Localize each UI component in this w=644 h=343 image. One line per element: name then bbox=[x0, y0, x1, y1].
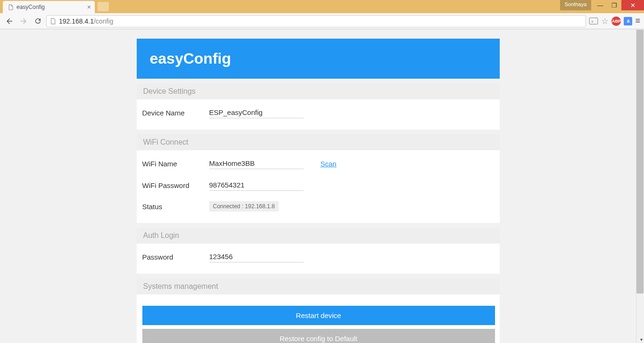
device-name-input[interactable] bbox=[209, 107, 304, 118]
section-header-auth-login: Auth Login bbox=[137, 228, 500, 244]
wifi-name-label: WiFi Name bbox=[142, 160, 209, 168]
svg-rect-0 bbox=[590, 17, 598, 24]
wifi-name-input[interactable] bbox=[209, 158, 304, 169]
reload-button[interactable] bbox=[32, 16, 43, 27]
auth-login-form: Password bbox=[137, 244, 500, 274]
wifi-name-row: WiFi Name Scan bbox=[142, 158, 494, 169]
restore-default-button[interactable]: Restore config to Default bbox=[142, 329, 495, 343]
url-host: 192.168.4.1 bbox=[59, 17, 94, 25]
page-icon bbox=[50, 18, 56, 24]
page-header: easyConfig bbox=[137, 39, 500, 79]
wifi-status-badge: Connected : 192.168.1.8 bbox=[209, 201, 279, 212]
section-header-wifi-connect: WiFi Connect bbox=[137, 134, 500, 150]
url-omnibox[interactable]: 192.168.4.1/config bbox=[46, 15, 586, 27]
page-content: easyConfig Device Settings Device Name W… bbox=[0, 29, 636, 343]
reload-icon bbox=[34, 17, 42, 25]
bookmark-star-icon[interactable]: ☆ bbox=[601, 16, 609, 26]
browser-addressbar: 192.168.4.1/config a ☆ ABP a ≡ bbox=[0, 13, 644, 29]
wifi-status-label: Status bbox=[142, 203, 209, 211]
google-translate-icon[interactable]: a bbox=[624, 17, 632, 25]
tab-close-icon[interactable]: × bbox=[87, 3, 91, 11]
chrome-menu-icon[interactable]: ≡ bbox=[635, 16, 640, 26]
scroll-arrow-down-icon[interactable]: ▾ bbox=[640, 337, 643, 342]
url-path: /config bbox=[94, 17, 113, 25]
scrollbar-thumb[interactable] bbox=[636, 30, 644, 294]
section-header-device-settings: Device Settings bbox=[137, 83, 500, 99]
adblock-icon[interactable]: ABP bbox=[611, 16, 621, 26]
window-minimize-button[interactable]: — bbox=[593, 0, 607, 10]
browser-tab[interactable]: easyConfig × bbox=[3, 1, 95, 13]
config-container: easyConfig Device Settings Device Name W… bbox=[137, 39, 500, 343]
auth-password-label: Password bbox=[142, 253, 209, 261]
window-controls: Sonthaya — ❐ ✕ bbox=[560, 0, 644, 10]
browser-chrome: easyConfig × Sonthaya — ❐ ✕ bbox=[0, 0, 644, 13]
device-name-row: Device Name bbox=[142, 107, 494, 118]
back-button[interactable] bbox=[4, 16, 15, 27]
browser-viewport: easyConfig Device Settings Device Name W… bbox=[0, 29, 644, 343]
page-title: easyConfig bbox=[150, 50, 487, 67]
wifi-status-row: Status Connected : 192.168.1.8 bbox=[142, 201, 494, 212]
file-icon bbox=[8, 4, 14, 10]
tab-title: easyConfig bbox=[17, 4, 45, 10]
restart-device-button[interactable]: Restart device bbox=[142, 306, 495, 325]
device-name-label: Device Name bbox=[142, 109, 209, 117]
scan-link[interactable]: Scan bbox=[321, 160, 337, 168]
window-maximize-button[interactable]: ❐ bbox=[607, 0, 621, 10]
device-settings-form: Device Name bbox=[137, 99, 500, 130]
toolbar-right-icons: a ☆ ABP a ≡ bbox=[589, 16, 640, 26]
wifi-password-input[interactable] bbox=[209, 180, 304, 191]
section-header-systems-management: Systems management bbox=[137, 278, 500, 294]
browser-tabbar: easyConfig × bbox=[0, 0, 644, 13]
arrow-left-icon bbox=[5, 17, 14, 25]
systems-management-form: Restart device Restore config to Default… bbox=[137, 294, 500, 343]
vertical-scrollbar[interactable]: ▾ bbox=[636, 29, 644, 343]
wifi-connect-form: WiFi Name Scan WiFi Password Status Conn… bbox=[137, 150, 500, 223]
translate-page-icon[interactable]: a bbox=[589, 17, 598, 25]
wifi-password-label: WiFi Password bbox=[142, 181, 209, 189]
svg-text:a: a bbox=[592, 19, 594, 24]
wifi-password-row: WiFi Password bbox=[142, 180, 494, 191]
forward-button[interactable] bbox=[18, 16, 29, 27]
arrow-right-icon bbox=[19, 17, 28, 25]
window-close-button[interactable]: ✕ bbox=[621, 0, 644, 10]
chrome-user-badge[interactable]: Sonthaya bbox=[560, 0, 591, 10]
auth-password-row: Password bbox=[142, 251, 494, 262]
auth-password-input[interactable] bbox=[209, 251, 304, 262]
new-tab-button[interactable] bbox=[98, 2, 109, 11]
